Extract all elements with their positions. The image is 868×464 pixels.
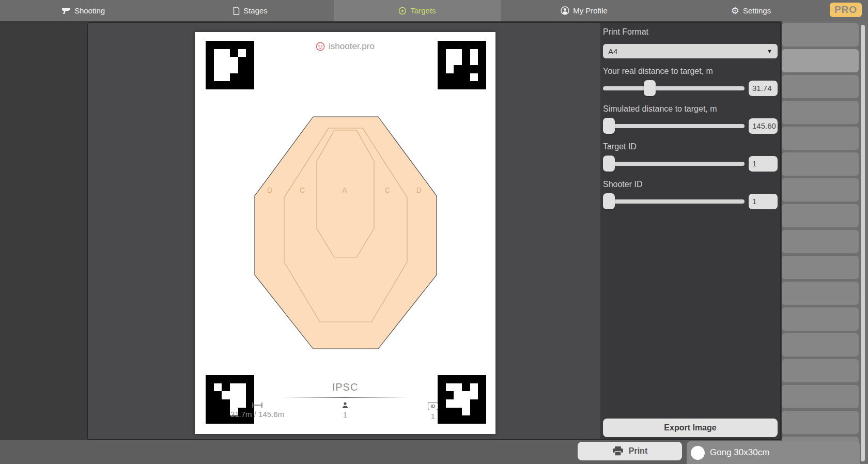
tab-label: Targets — [410, 6, 436, 15]
printer-icon — [612, 446, 624, 456]
target-list-row[interactable] — [782, 152, 859, 176]
target-list-row[interactable] — [782, 178, 859, 202]
target-list-row[interactable] — [782, 256, 859, 279]
footer-distance-col: 31.7m / 145.6m — [213, 402, 301, 421]
footer-id-col: ID 1 — [389, 402, 477, 421]
ipsc-target-drawing — [195, 32, 495, 434]
pistol-icon — [62, 7, 71, 14]
zone-d-outline — [255, 117, 437, 349]
distance-icon — [252, 402, 263, 408]
slider-group-simulated-distance: Simulated distance to target, m 145.60 — [603, 104, 778, 134]
print-format-label: Print Format — [603, 27, 778, 37]
target-list-row[interactable] — [782, 75, 859, 98]
print-format-value: A4 — [608, 47, 617, 56]
slider-track[interactable] — [603, 86, 745, 90]
zone-letter: D — [267, 186, 272, 194]
shooter-icon — [342, 402, 349, 409]
real-distance-value-field[interactable]: 31.74 — [749, 81, 778, 96]
target-paper-preview: ishooter.pro D C A C D IPSC — [195, 32, 495, 434]
target-list-row[interactable] — [782, 282, 859, 305]
target-list-row[interactable] — [782, 204, 859, 227]
tab-shooting[interactable]: Shooting — [0, 0, 167, 21]
slider-thumb[interactable] — [603, 118, 615, 134]
list-scrollbar[interactable] — [861, 25, 865, 461]
print-format-select[interactable]: A4 ▼ — [603, 44, 778, 58]
print-controls-panel: Print Format A4 ▼ Your real distance to … — [600, 23, 780, 439]
slider-group-real-distance: Your real distance to target, m 31.74 — [603, 67, 778, 96]
simulated-distance-slider[interactable] — [603, 118, 745, 134]
slider-group-shooter-id: Shooter ID 1 — [603, 180, 778, 209]
slider-thumb[interactable] — [644, 80, 656, 96]
target-list-row[interactable] — [782, 23, 859, 47]
print-button-label: Print — [629, 446, 647, 456]
footer-divider — [282, 397, 408, 398]
shooter-id-slider[interactable] — [603, 193, 745, 209]
target-id-value-field[interactable]: 1 — [749, 156, 778, 172]
footer-shooter-col: 1 — [301, 402, 389, 421]
gong-target-icon — [691, 446, 705, 460]
tab-label: Shooting — [74, 6, 105, 15]
zone-letter: D — [416, 186, 422, 194]
target-list-row[interactable] — [782, 333, 859, 357]
tab-label: Settings — [743, 6, 771, 15]
slider-group-target-id: Target ID 1 — [603, 142, 778, 172]
document-icon — [233, 7, 240, 15]
slider-label: Target ID — [603, 142, 778, 151]
slider-label: Your real distance to target, m — [603, 67, 778, 76]
zone-letter: A — [342, 186, 347, 194]
top-navigation-bar: Shooting Stages Targets My Profile ⚙ — [0, 0, 868, 21]
target-list-row[interactable] — [782, 385, 859, 408]
slider-track[interactable] — [603, 199, 745, 204]
target-title: IPSC — [195, 381, 495, 393]
target-list-item-gong[interactable]: Gong 30x30cm — [687, 441, 860, 464]
slider-thumb[interactable] — [603, 156, 615, 172]
footer-distance-value: 31.7m / 145.6m — [230, 410, 284, 419]
target-list-row[interactable] — [782, 359, 859, 382]
target-list-row[interactable] — [782, 230, 859, 253]
target-list — [782, 21, 868, 464]
id-icon: ID — [428, 402, 438, 410]
target-preview-modal: ishooter.pro D C A C D IPSC — [87, 22, 781, 440]
tab-stages[interactable]: Stages — [167, 0, 334, 21]
print-button[interactable]: Print — [578, 442, 682, 460]
target-icon — [398, 7, 407, 15]
tab-label: My Profile — [573, 6, 608, 15]
target-id-slider[interactable] — [603, 156, 745, 172]
zone-letter: C — [385, 186, 390, 194]
tab-settings[interactable]: ⚙ Settings — [668, 0, 834, 21]
chevron-down-icon: ▼ — [767, 48, 772, 54]
paper-footer: IPSC 31.7m / 145.6m — [195, 381, 495, 421]
simulated-distance-value-field[interactable]: 145.60 — [749, 118, 778, 134]
target-list-row[interactable] — [782, 49, 859, 72]
tab-label: Stages — [243, 6, 268, 15]
tab-targets[interactable]: Targets — [334, 0, 501, 21]
slider-track[interactable] — [603, 162, 745, 166]
target-list-row[interactable] — [782, 411, 859, 434]
slider-thumb[interactable] — [603, 193, 615, 209]
person-icon — [561, 6, 569, 15]
footer-shooter-value: 1 — [343, 410, 347, 419]
gear-icon: ⚙ — [731, 6, 739, 16]
pro-badge: PRO — [830, 3, 862, 17]
target-list-row[interactable] — [782, 127, 859, 150]
export-image-button[interactable]: Export Image — [603, 419, 778, 437]
target-list-row[interactable] — [782, 307, 859, 331]
app-root: Shooting Stages Targets My Profile ⚙ — [0, 0, 868, 464]
real-distance-slider[interactable] — [603, 80, 745, 96]
shooter-id-value-field[interactable]: 1 — [749, 194, 778, 209]
tab-my-profile[interactable]: My Profile — [501, 0, 668, 21]
target-list-item-label: Gong 30x30cm — [710, 447, 769, 458]
footer-target-id-value: 1 — [431, 412, 435, 421]
zone-letter: C — [300, 186, 305, 194]
target-list-row[interactable] — [782, 101, 859, 124]
slider-label: Simulated distance to target, m — [603, 104, 778, 114]
slider-label: Shooter ID — [603, 180, 778, 189]
slider-track[interactable] — [603, 124, 745, 128]
